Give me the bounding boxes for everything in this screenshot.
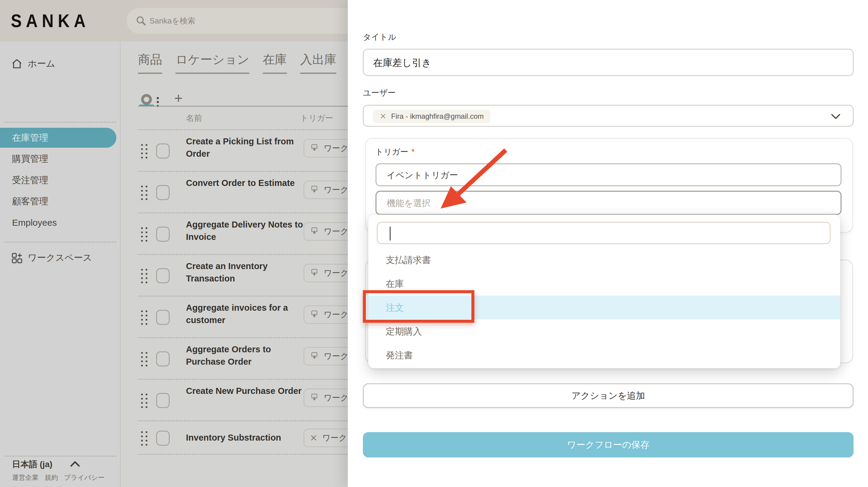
footer-link-company[interactable]: 運営企業 [12,474,38,481]
sidebar-item-home[interactable]: ホーム [0,53,121,74]
sidebar-item-employees[interactable]: Employees [12,213,57,233]
row-checkbox[interactable] [156,310,170,325]
chevron-up-icon [70,460,80,469]
row-checkbox[interactable] [156,144,170,158]
drag-handle-icon[interactable] [141,186,147,200]
sidebar-item-purchasing[interactable]: 購買管理 [12,149,48,169]
sidebar-item-inventory-active[interactable]: 在庫管理 [0,128,116,148]
table-row[interactable]: Aggregate Orders to Purchase Order ワークフ [138,338,355,380]
sidebar-item-customers[interactable]: 顧客管理 [12,191,48,211]
language-label: 日本語 (ja) [12,460,53,469]
title-field-label: タイトル [363,32,396,42]
table-row[interactable]: Create New Purchase Order ワークフ [138,380,355,421]
row-checkbox[interactable] [156,431,170,446]
sidebar: ホーム 在庫管理 購買管理 受注管理 顧客管理 Employees ワークスペー… [0,41,121,487]
table-row[interactable]: Aggregate Delivery Notes to Invoice ワークフ [138,213,355,255]
dropdown-option-purchase-order[interactable]: 発注書 [368,343,840,367]
tab-inbound-outbound[interactable]: 入出庫 [300,51,336,74]
sidebar-item-label: 在庫管理 [12,128,48,148]
option-label: 定期購入 [386,326,422,336]
annotation-highlight-box [363,290,474,323]
user-select[interactable]: ✕ Fira - ikmaghfira@gmail.com [363,105,854,127]
tab-stock[interactable]: 在庫 [263,51,287,74]
add-action-label: アクションを追加 [571,390,645,402]
table-row[interactable]: Create a Picking List from Order ワークフ [138,130,355,172]
drag-handle-icon[interactable] [141,394,147,408]
save-workflow-button[interactable]: ワークフローの保存 [363,432,854,457]
workflow-name[interactable]: Aggregate Delivery Notes to Invoice [186,218,306,243]
footer-link-terms[interactable]: 規約 [44,474,58,481]
app-logo: SANKA [11,10,90,31]
footer-link-privacy[interactable]: プライバシー [64,474,104,481]
workflow-name[interactable]: Create a Picking List from Order [186,135,306,160]
tab-products[interactable]: 商品 [138,51,162,74]
workspace-icon [11,252,23,266]
workflow-name[interactable]: Create an Inventory Transaction [186,260,306,285]
sidebar-item-label: ワークスペース [28,247,92,268]
user-field-label: ユーザー [363,87,396,98]
table-row[interactable]: Inventory Substraction ✕ワーク [138,421,355,455]
workflow-name[interactable]: Create New Purchase Order [186,385,306,397]
download-icon [310,227,319,236]
workflow-name[interactable]: Aggregate Orders to Purchase Order [186,343,306,368]
workflow-editor-panel: タイトル 在庫差し引き ユーザー ✕ Fira - ikmaghfira@gma… [348,0,868,487]
dropdown-search-input[interactable] [377,222,831,244]
add-view-button[interactable]: + [174,90,183,106]
drag-handle-icon[interactable] [141,227,147,242]
download-icon [310,310,319,319]
drag-handle-icon[interactable] [141,310,147,325]
search-icon [135,16,147,27]
column-header-name: 名前 [186,113,202,124]
drag-handle-icon[interactable] [141,352,147,366]
user-chip-label: Fira - ikmaghfira@gmail.com [391,112,484,121]
language-selector[interactable]: 日本語 (ja) [12,459,80,470]
tab-locations[interactable]: ロケーション [176,51,249,74]
drag-handle-icon[interactable] [141,431,147,446]
sidebar-item-label: ホーム [28,53,55,74]
table-row[interactable]: Aggregate invoices for a customer ワークフ [138,297,355,338]
drag-handle-icon[interactable] [141,269,147,283]
title-input[interactable]: 在庫差し引き [363,49,854,76]
footer-links: 運営企業 規約 プライバシー [12,473,109,482]
text-cursor [390,226,391,241]
dropdown-option-invoice[interactable]: 支払請求書 [368,248,840,272]
row-checkbox[interactable] [156,352,170,366]
chevron-down-icon[interactable] [831,113,841,121]
table-row[interactable]: Convert Order to Estimate ワークフ [138,172,355,213]
kebab-menu-icon[interactable] [157,95,159,109]
workflow-name[interactable]: Convert Order to Estimate [186,177,306,189]
divider [4,122,116,123]
workflow-name[interactable]: Inventory Substraction [186,431,306,444]
download-icon [310,269,319,278]
required-asterisk: * [411,147,415,156]
search-placeholder: Sankaを検索 [150,8,195,34]
row-checkbox[interactable] [156,268,170,283]
annotation-arrow-icon [422,139,530,218]
option-label: 支払請求書 [386,255,431,265]
option-label: 発注書 [386,350,413,360]
title-value: 在庫差し引き [373,50,432,76]
download-icon [310,352,319,361]
home-icon [11,58,23,72]
close-icon: ✕ [310,433,317,443]
option-label: 在庫 [386,279,404,289]
trigger-label: トリガー* [375,147,414,157]
view-circle-icon[interactable] [141,94,152,105]
download-icon [310,393,319,402]
add-action-button[interactable]: アクションを追加 [363,383,854,408]
row-checkbox[interactable] [156,185,170,200]
tab-bar: 商品 ロケーション 在庫 入出庫 ワ [138,51,374,74]
workflow-name[interactable]: Aggregate invoices for a customer [186,302,306,326]
drag-handle-icon[interactable] [141,144,147,158]
badge-label: ワーク [322,432,347,443]
trigger-label-text: トリガー [375,147,408,156]
workflow-table: Create a Picking List from Order ワークフ Co… [138,129,355,455]
sidebar-item-orders[interactable]: 受注管理 [12,170,48,190]
table-row[interactable]: Create an Inventory Transaction ワークフ [138,255,355,297]
sidebar-item-workspace[interactable]: ワークスペース [0,247,121,268]
remove-user-icon[interactable]: ✕ [380,112,386,121]
row-checkbox[interactable] [156,393,170,408]
download-icon [310,144,319,153]
row-checkbox[interactable] [156,226,170,242]
dropdown-option-subscription[interactable]: 定期購入 [368,319,840,343]
